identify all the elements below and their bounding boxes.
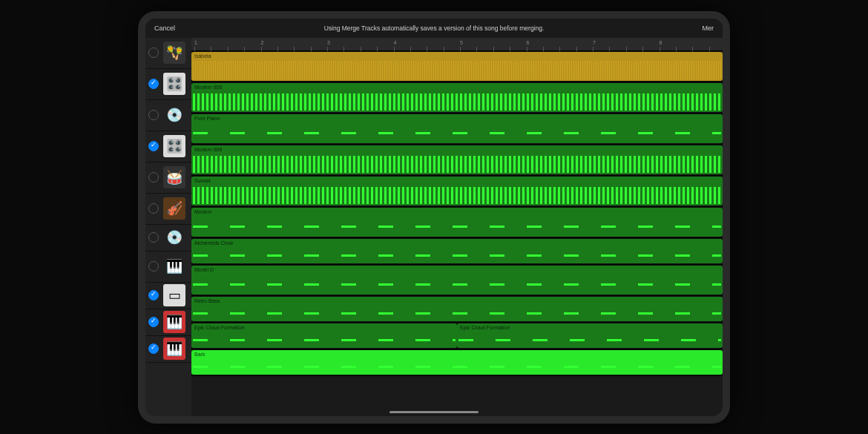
region-clip[interactable]: Retro Bass xyxy=(191,297,723,321)
region-label: Modern 808 xyxy=(191,145,723,154)
track-select-checkbox[interactable] xyxy=(148,172,159,183)
region-clip[interactable]: Model D xyxy=(191,266,723,295)
strings-icon: 🎻 xyxy=(163,197,185,220)
ruler-mark: 2 xyxy=(261,40,264,45)
region-clip[interactable]: Modern xyxy=(191,208,723,237)
track-lane[interactable]: Retro Bass xyxy=(191,296,723,323)
region-label: Bark xyxy=(191,350,723,358)
region-clip[interactable]: Modern 808 xyxy=(191,83,723,112)
region-label: Retro Bass xyxy=(191,297,723,305)
track-header[interactable]: 🎹 xyxy=(145,336,191,363)
track-lane[interactable]: Modern 808 xyxy=(191,145,723,176)
keyboard-icon: 🎹 xyxy=(163,255,185,277)
track-lane[interactable]: Bark xyxy=(191,349,723,376)
cancel-button[interactable]: Cancel xyxy=(154,24,191,32)
region-label: Modern 808 xyxy=(191,83,723,91)
shaker-icon: 🪇 xyxy=(163,42,185,64)
region-label: Isabela xyxy=(191,52,723,60)
region-label: Modern xyxy=(191,208,723,216)
red-keys-icon: 🎹 xyxy=(163,311,185,333)
track-select-checkbox[interactable] xyxy=(148,47,159,58)
ruler-mark: 4 xyxy=(394,40,397,45)
synth-round-icon: 💿 xyxy=(163,104,185,126)
track-header[interactable]: 🎹 xyxy=(145,251,191,283)
synth-round-icon: 💿 xyxy=(163,226,185,249)
status-message: Using Merge Tracks automatically saves a… xyxy=(191,24,677,32)
track-header[interactable]: ▭ xyxy=(145,283,191,309)
track-select-checkbox[interactable] xyxy=(148,79,159,89)
region-label: Epic Cloud Formation xyxy=(191,323,457,332)
track-lane[interactable]: Pure Piano xyxy=(191,114,723,145)
track-select-checkbox[interactable] xyxy=(148,203,159,214)
region-clip[interactable]: Sunset xyxy=(191,177,723,206)
track-lane[interactable]: Model D xyxy=(191,265,723,296)
track-header[interactable]: 🎻 xyxy=(145,194,191,225)
region-clip[interactable]: Epic Cloud Formation xyxy=(191,323,457,348)
track-header[interactable]: 🎛️ xyxy=(145,69,191,100)
side-handle-icon xyxy=(141,210,143,225)
region-clip[interactable]: Isabela xyxy=(191,52,723,81)
track-header[interactable]: 💿 xyxy=(145,100,191,131)
region-clip[interactable]: Epic Cloud Formation xyxy=(457,323,723,348)
region-label: Model D xyxy=(191,266,723,274)
track-lane[interactable]: Isabela xyxy=(191,51,723,82)
track-header[interactable]: 💿 xyxy=(145,225,191,251)
track-header[interactable]: 🎹 xyxy=(145,309,191,336)
drum-machine-icon: 🎛️ xyxy=(163,135,185,157)
track-header[interactable]: 🪇 xyxy=(145,38,191,69)
track-sidebar: 🪇🎛️💿🎛️🥁🎻💿🎹▭🎹🎹 xyxy=(145,38,191,416)
region-clip[interactable]: Modern 808 xyxy=(191,145,723,174)
main-timeline: 12345678 IsabelaModern 808Pure PianoMode… xyxy=(191,38,723,416)
region-label: Pure Piano xyxy=(191,114,723,122)
region-label: Epic Cloud Formation xyxy=(457,323,723,332)
merge-button[interactable]: Mer xyxy=(677,24,714,32)
track-header[interactable]: 🎛️ xyxy=(145,131,191,162)
region-clip[interactable]: Bark xyxy=(191,350,723,375)
ruler-mark: 8 xyxy=(660,40,662,45)
region-label: Alchemists Choir xyxy=(191,239,723,247)
region-clip[interactable]: Pure Piano xyxy=(191,114,723,143)
track-select-checkbox[interactable] xyxy=(148,141,159,151)
track-lane[interactable]: Alchemists Choir xyxy=(191,238,723,265)
ruler-mark: 5 xyxy=(460,40,463,45)
region-label: Sunset xyxy=(191,177,723,185)
track-select-checkbox[interactable] xyxy=(148,290,159,300)
track-header[interactable]: 🥁 xyxy=(145,162,191,194)
track-select-checkbox[interactable] xyxy=(148,343,159,354)
home-indicator-icon xyxy=(389,411,479,413)
tracks-container: IsabelaModern 808Pure PianoModern 808Sun… xyxy=(191,51,723,416)
region-clip[interactable]: Alchemists Choir xyxy=(191,239,723,263)
ruler-mark: 3 xyxy=(327,40,330,45)
synth-module-icon: ▭ xyxy=(163,284,185,306)
track-lane[interactable]: Modern 808 xyxy=(191,82,723,114)
track-select-checkbox[interactable] xyxy=(148,232,159,243)
track-lane[interactable]: Epic Cloud FormationEpic Cloud Formation xyxy=(191,323,723,349)
timeline-ruler[interactable]: 12345678 xyxy=(191,38,723,51)
drum-machine-icon: 🎛️ xyxy=(163,73,185,95)
track-lane[interactable]: Modern xyxy=(191,207,723,238)
red-keys-icon: 🎹 xyxy=(163,338,185,360)
ipad-device: Cancel Using Merge Tracks automatically … xyxy=(138,11,730,424)
track-select-checkbox[interactable] xyxy=(148,110,159,120)
content-area: 🪇🎛️💿🎛️🥁🎻💿🎹▭🎹🎹 12345678 IsabelaModern 808… xyxy=(145,38,723,416)
ruler-mark: 1 xyxy=(194,40,197,45)
ruler-mark: 7 xyxy=(593,40,596,45)
track-select-checkbox[interactable] xyxy=(148,261,159,272)
track-select-checkbox[interactable] xyxy=(148,317,159,327)
drumkit-icon: 🥁 xyxy=(163,166,185,188)
track-lane[interactable]: Sunset xyxy=(191,176,723,207)
top-bar: Cancel Using Merge Tracks automatically … xyxy=(145,19,723,38)
ruler-mark: 6 xyxy=(527,40,530,45)
